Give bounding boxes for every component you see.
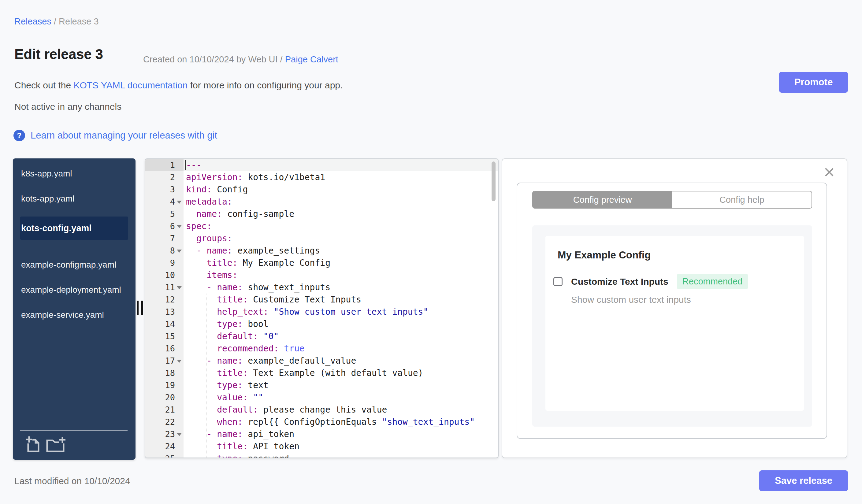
editor-line-20[interactable]: 20 value: "" bbox=[145, 392, 498, 404]
editor-line-18[interactable]: 18 title: Text Example (with default val… bbox=[145, 367, 498, 379]
code-line-content[interactable]: --- bbox=[184, 159, 498, 171]
editor-line-1[interactable]: 1--- bbox=[145, 159, 498, 171]
code-line-content[interactable]: name: config-sample bbox=[184, 208, 498, 220]
editor-lines[interactable]: 1---2apiVersion: kots.io/v1beta13kind: C… bbox=[145, 159, 498, 458]
close-icon[interactable] bbox=[823, 167, 835, 178]
code-line-content[interactable]: default: "0" bbox=[184, 330, 498, 343]
editor-line-10[interactable]: 10 items: bbox=[145, 269, 498, 281]
line-number: 25 bbox=[145, 453, 184, 458]
line-number-fold-toggle[interactable]: 6 bbox=[145, 220, 184, 233]
yaml-editor[interactable]: 1---2apiVersion: kots.io/v1beta13kind: C… bbox=[145, 158, 499, 458]
code-line-content[interactable]: title: Text Example (with default value) bbox=[184, 367, 498, 379]
code-line-content[interactable]: - name: example_settings bbox=[184, 245, 498, 257]
editor-line-6[interactable]: 6spec: bbox=[145, 220, 498, 233]
line-number: 24 bbox=[145, 440, 184, 453]
code-line-content[interactable]: - name: show_text_inputs bbox=[184, 281, 498, 294]
editor-line-2[interactable]: 2apiVersion: kots.io/v1beta1 bbox=[145, 171, 498, 184]
code-line-content[interactable]: groups: bbox=[184, 233, 498, 245]
save-release-button[interactable]: Save release bbox=[759, 470, 848, 491]
editor-line-16[interactable]: 16 recommended: true bbox=[145, 343, 498, 355]
editor-line-25[interactable]: 25 type: password bbox=[145, 453, 498, 458]
line-number: 9 bbox=[145, 257, 184, 269]
editor-line-5[interactable]: 5 name: config-sample bbox=[145, 208, 498, 220]
config-item-help-text: Show custom user text inputs bbox=[571, 294, 691, 305]
editor-line-13[interactable]: 13 help_text: "Show custom user text inp… bbox=[145, 306, 498, 318]
breadcrumb-releases-link[interactable]: Releases bbox=[14, 16, 51, 26]
code-line-content[interactable]: type: password bbox=[184, 453, 498, 458]
new-folder-icon[interactable] bbox=[46, 436, 66, 453]
help-question-icon[interactable]: ? bbox=[13, 130, 25, 141]
line-number-fold-toggle[interactable]: 17 bbox=[145, 355, 184, 367]
indent-guide bbox=[207, 294, 207, 457]
created-text: Created on 10/10/2024 by Web UI / bbox=[143, 54, 285, 64]
line-number-fold-toggle[interactable]: 4 bbox=[145, 196, 184, 208]
sidebar-file-example-service.yaml[interactable]: example-service.yaml bbox=[20, 308, 128, 322]
code-line-content[interactable]: value: "" bbox=[184, 392, 498, 404]
sidebar-file-k8s-app.yaml[interactable]: k8s-app.yaml bbox=[20, 167, 128, 181]
editor-line-9[interactable]: 9 title: My Example Config bbox=[145, 257, 498, 269]
line-number-fold-toggle[interactable]: 23 bbox=[145, 428, 184, 440]
editor-line-3[interactable]: 3kind: Config bbox=[145, 184, 498, 196]
last-modified-text: Last modified on 10/10/2024 bbox=[14, 476, 130, 486]
code-line-content[interactable]: - name: api_token bbox=[184, 428, 498, 440]
editor-line-23[interactable]: 23 - name: api_token bbox=[145, 428, 498, 440]
code-line-content[interactable]: kind: Config bbox=[184, 184, 498, 196]
tab-config-preview[interactable]: Config preview bbox=[533, 191, 672, 208]
docs-line: Check out the KOTS YAML documentation fo… bbox=[14, 80, 343, 91]
editor-line-7[interactable]: 7 groups: bbox=[145, 233, 498, 245]
editor-line-12[interactable]: 12 title: Customize Text Inputs bbox=[145, 294, 498, 306]
recommended-badge: Recommended bbox=[677, 274, 748, 289]
code-line-content[interactable]: recommended: true bbox=[184, 343, 498, 355]
editor-line-11[interactable]: 11 - name: show_text_inputs bbox=[145, 281, 498, 294]
editor-line-19[interactable]: 19 type: text bbox=[145, 379, 498, 392]
sidebar-file-kots-app.yaml[interactable]: kots-app.yaml bbox=[20, 191, 128, 206]
code-line-content[interactable]: type: text bbox=[184, 379, 498, 392]
code-line-content[interactable]: help_text: "Show custom user text inputs… bbox=[184, 306, 498, 318]
config-card: My Example Config Customize Text Inputs … bbox=[545, 236, 804, 411]
author-link[interactable]: Paige Calvert bbox=[285, 54, 338, 64]
code-line-content[interactable]: type: bool bbox=[184, 318, 498, 330]
editor-line-14[interactable]: 14 type: bool bbox=[145, 318, 498, 330]
editor-line-21[interactable]: 21 default: please change this value bbox=[145, 404, 498, 416]
sidebar-actions bbox=[26, 436, 66, 453]
kots-yaml-docs-link[interactable]: KOTS YAML documentation bbox=[74, 80, 187, 90]
code-line-content[interactable]: spec: bbox=[184, 220, 498, 233]
config-preview-panel: Config previewConfig help My Example Con… bbox=[502, 158, 847, 458]
sidebar-bottom-divider bbox=[20, 430, 128, 430]
code-line-content[interactable]: - name: example_default_value bbox=[184, 355, 498, 367]
sidebar-divider bbox=[21, 248, 128, 248]
tab-config-help[interactable]: Config help bbox=[672, 191, 812, 208]
editor-line-8[interactable]: 8 - name: example_settings bbox=[145, 245, 498, 257]
line-number: 3 bbox=[145, 184, 184, 196]
code-line-content[interactable]: default: please change this value bbox=[184, 404, 498, 416]
docs-suffix: for more info on configuring your app. bbox=[187, 80, 343, 90]
sidebar-resize-handle[interactable] bbox=[137, 301, 143, 315]
git-releases-link[interactable]: Learn about managing your releases with … bbox=[30, 130, 217, 141]
new-file-icon[interactable] bbox=[26, 436, 41, 453]
code-line-content[interactable]: items: bbox=[184, 269, 498, 281]
sidebar-file-kots-config.yaml[interactable]: kots-config.yaml bbox=[20, 216, 128, 240]
line-number: 20 bbox=[145, 392, 184, 404]
line-number: 12 bbox=[145, 294, 184, 306]
customize-text-inputs-checkbox[interactable] bbox=[553, 277, 563, 286]
code-line-content[interactable]: title: API token bbox=[184, 440, 498, 453]
sidebar-file-example-deployment.yaml[interactable]: example-deployment.yaml bbox=[20, 282, 128, 297]
code-line-content[interactable]: when: repl{{ ConfigOptionEquals "show_te… bbox=[184, 416, 498, 428]
sidebar-file-example-configmap.yaml[interactable]: example-configmap.yaml bbox=[20, 257, 128, 272]
promote-button[interactable]: Promote bbox=[779, 72, 848, 93]
editor-line-4[interactable]: 4metadata: bbox=[145, 196, 498, 208]
editor-line-24[interactable]: 24 title: API token bbox=[145, 440, 498, 453]
editor-line-22[interactable]: 22 when: repl{{ ConfigOptionEquals "show… bbox=[145, 416, 498, 428]
line-number: 18 bbox=[145, 367, 184, 379]
code-line-content[interactable]: title: My Example Config bbox=[184, 257, 498, 269]
editor-scrollbar-thumb[interactable] bbox=[492, 161, 496, 201]
code-line-content[interactable]: title: Customize Text Inputs bbox=[184, 294, 498, 306]
page-title: Edit release 3 bbox=[14, 46, 103, 62]
line-number-fold-toggle[interactable]: 11 bbox=[145, 281, 184, 294]
editor-line-15[interactable]: 15 default: "0" bbox=[145, 330, 498, 343]
line-number: 16 bbox=[145, 343, 184, 355]
code-line-content[interactable]: apiVersion: kots.io/v1beta1 bbox=[184, 171, 498, 184]
editor-line-17[interactable]: 17 - name: example_default_value bbox=[145, 355, 498, 367]
code-line-content[interactable]: metadata: bbox=[184, 196, 498, 208]
line-number-fold-toggle[interactable]: 8 bbox=[145, 245, 184, 257]
